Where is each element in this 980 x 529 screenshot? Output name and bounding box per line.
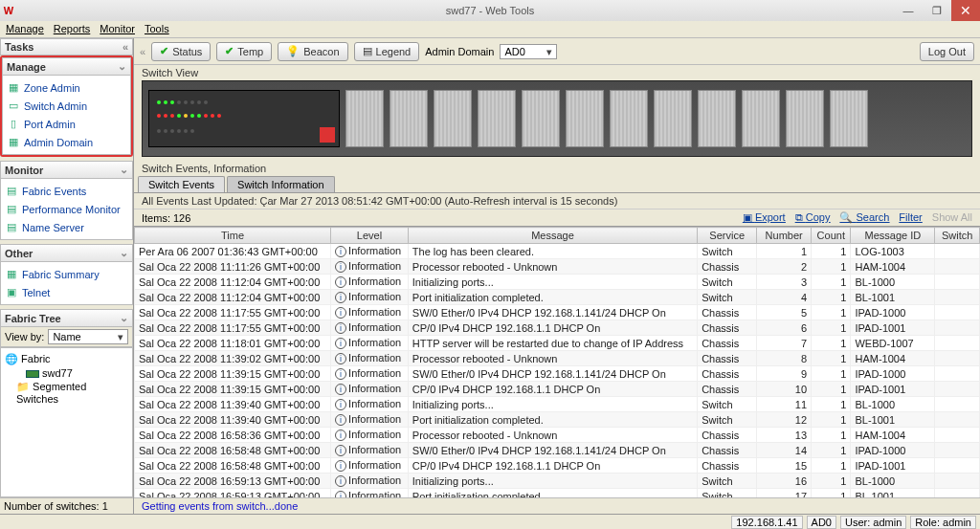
- table-row[interactable]: Sal Oca 22 2008 16:59:13 GMT+00:00iInfor…: [135, 489, 980, 498]
- other-panel-header[interactable]: Other ⌄: [0, 244, 133, 262]
- manage-title: Manage: [7, 61, 46, 73]
- col-count[interactable]: Count: [812, 228, 851, 244]
- cell: 1: [812, 244, 851, 259]
- tab-switch-events[interactable]: Switch Events: [138, 176, 225, 192]
- table-row[interactable]: Sal Oca 22 2008 16:58:36 GMT+00:00iInfor…: [135, 428, 980, 443]
- cell: Chassis: [698, 259, 757, 275]
- cell: 12: [757, 412, 812, 428]
- cell: Sal Oca 22 2008 16:58:48 GMT+00:00: [135, 458, 331, 474]
- link-label: Performance Monitor: [22, 204, 121, 215]
- status-button[interactable]: ✔Status: [151, 42, 211, 61]
- col-number[interactable]: Number: [757, 228, 812, 244]
- table-row[interactable]: Per Ara 06 2007 01:36:43 GMT+00:00iInfor…: [135, 244, 980, 259]
- chevron-icon: ⌄: [120, 247, 128, 259]
- view-by-label: View by:: [5, 331, 44, 342]
- cell: iInformation: [331, 305, 409, 320]
- table-row[interactable]: Sal Oca 22 2008 11:18:01 GMT+00:00iInfor…: [135, 336, 980, 351]
- cell: [935, 382, 980, 397]
- cell: Chassis: [698, 320, 757, 336]
- status-role: Role: admin: [910, 516, 976, 529]
- monitor-panel-header[interactable]: Monitor ⌄: [0, 161, 133, 179]
- cell: iInformation: [331, 351, 409, 366]
- tree-node-segmented[interactable]: 📁 Segmented Switches: [5, 380, 128, 406]
- table-row[interactable]: Sal Oca 22 2008 11:39:15 GMT+00:00iInfor…: [135, 382, 980, 397]
- legend-icon: ▤: [363, 45, 372, 57]
- cell: iInformation: [331, 290, 409, 305]
- temp-button[interactable]: ✔Temp: [216, 42, 272, 61]
- table-row[interactable]: Sal Oca 22 2008 16:59:13 GMT+00:00iInfor…: [135, 474, 980, 489]
- tree-node-swd77[interactable]: swd77: [5, 366, 128, 380]
- admin-domain-link[interactable]: ▦Admin Domain: [7, 133, 126, 151]
- menu-manage[interactable]: Manage: [6, 23, 44, 35]
- table-row[interactable]: Sal Oca 22 2008 11:17:55 GMT+00:00iInfor…: [135, 320, 980, 336]
- view-by-dropdown[interactable]: Name: [48, 329, 128, 344]
- table-row[interactable]: Sal Oca 22 2008 16:58:48 GMT+00:00iInfor…: [135, 443, 980, 458]
- status-user: User: admin: [840, 516, 906, 529]
- main-area: « ✔Status ✔Temp 💡Beacon ▤Legend Admin Do…: [134, 38, 980, 514]
- table-row[interactable]: Sal Oca 22 2008 11:11:26 GMT+00:00iInfor…: [135, 259, 980, 275]
- cell: 1: [812, 275, 851, 290]
- link-label: Copy: [806, 211, 831, 223]
- manage-panel-header[interactable]: Manage ⌄: [2, 57, 131, 76]
- port-admin-link[interactable]: ▯Port Admin: [7, 115, 126, 133]
- col-message-id[interactable]: Message ID: [851, 228, 935, 244]
- zone-admin-link[interactable]: ▦Zone Admin: [7, 78, 126, 97]
- tree-label: Fabric: [21, 353, 51, 364]
- export-link[interactable]: ▣ Export: [743, 211, 786, 224]
- name-server-link[interactable]: ▤Name Server: [5, 218, 128, 236]
- collapse-icon[interactable]: «: [122, 41, 128, 53]
- view-by-value: Name: [53, 331, 80, 342]
- fabric-events-link[interactable]: ▤Fabric Events: [5, 182, 128, 200]
- domain-icon: ▦: [7, 136, 20, 148]
- fabric-summary-link[interactable]: ▦Fabric Summary: [5, 265, 128, 283]
- menu-reports[interactable]: Reports: [54, 23, 91, 35]
- table-row[interactable]: Sal Oca 22 2008 16:58:48 GMT+00:00iInfor…: [135, 458, 980, 474]
- cell: BL-1000: [851, 397, 935, 412]
- close-button[interactable]: ✕: [951, 0, 980, 21]
- cell: Port initialization completed.: [408, 412, 697, 428]
- table-row[interactable]: Sal Oca 22 2008 11:12:04 GMT+00:00iInfor…: [135, 290, 980, 305]
- check-icon: ✔: [225, 45, 234, 57]
- menu-monitor[interactable]: Monitor: [100, 23, 135, 35]
- legend-button[interactable]: ▤Legend: [354, 42, 420, 61]
- admin-domain-dropdown[interactable]: AD0: [500, 44, 557, 59]
- btn-label: Log Out: [928, 46, 966, 57]
- performance-monitor-link[interactable]: ▤Performance Monitor: [5, 200, 128, 218]
- maximize-button[interactable]: ❐: [923, 0, 951, 21]
- logout-button[interactable]: Log Out: [920, 42, 974, 61]
- cell: Switch: [698, 397, 757, 412]
- table-row[interactable]: Sal Oca 22 2008 11:39:40 GMT+00:00iInfor…: [135, 412, 980, 428]
- link-label: Zone Admin: [24, 82, 80, 94]
- filter-link[interactable]: Filter: [899, 211, 922, 224]
- toolbar: « ✔Status ✔Temp 💡Beacon ▤Legend Admin Do…: [134, 38, 980, 65]
- switch-graphic[interactable]: [142, 80, 972, 157]
- col-time[interactable]: Time: [135, 228, 331, 244]
- table-row[interactable]: Sal Oca 22 2008 11:39:40 GMT+00:00iInfor…: [135, 397, 980, 412]
- table-row[interactable]: Sal Oca 22 2008 11:12:04 GMT+00:00iInfor…: [135, 275, 980, 290]
- events-grid[interactable]: TimeLevelMessageServiceNumberCountMessag…: [134, 227, 980, 497]
- minimize-button[interactable]: —: [894, 0, 923, 21]
- fabric-tree[interactable]: 🌐 Fabric swd77 📁 Segmented Switches: [0, 347, 133, 497]
- tree-label: swd77: [42, 367, 73, 379]
- telnet-link[interactable]: ▣Telnet: [5, 283, 128, 301]
- copy-link[interactable]: ⧉ Copy: [795, 211, 831, 224]
- cell: Sal Oca 22 2008 16:58:48 GMT+00:00: [135, 443, 331, 458]
- cell: IPAD-1001: [851, 458, 935, 474]
- col-switch[interactable]: Switch: [935, 228, 980, 244]
- cell: Initializing ports...: [408, 275, 697, 290]
- tab-switch-information[interactable]: Switch Information: [227, 176, 334, 192]
- beacon-button[interactable]: 💡Beacon: [278, 42, 347, 61]
- table-row[interactable]: Sal Oca 22 2008 11:39:02 GMT+00:00iInfor…: [135, 351, 980, 366]
- col-level[interactable]: Level: [331, 228, 409, 244]
- search-link[interactable]: 🔍 Search: [839, 211, 889, 224]
- menu-tools[interactable]: Tools: [145, 23, 169, 35]
- cell: Switch: [698, 489, 757, 498]
- col-message[interactable]: Message: [408, 228, 697, 244]
- toolbar-chevron-icon[interactable]: «: [140, 46, 145, 57]
- cell: [935, 244, 980, 259]
- switch-admin-link[interactable]: ▭Switch Admin: [7, 97, 126, 115]
- table-row[interactable]: Sal Oca 22 2008 11:39:15 GMT+00:00iInfor…: [135, 366, 980, 382]
- tree-root[interactable]: 🌐 Fabric: [5, 352, 128, 366]
- table-row[interactable]: Sal Oca 22 2008 11:17:55 GMT+00:00iInfor…: [135, 305, 980, 320]
- col-service[interactable]: Service: [698, 228, 757, 244]
